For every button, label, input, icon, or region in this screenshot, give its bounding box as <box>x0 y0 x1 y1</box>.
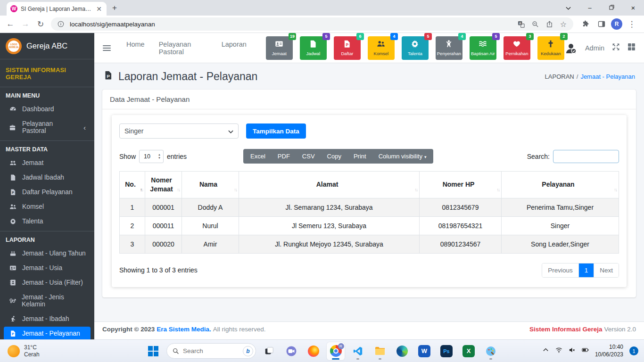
tile-jadwal[interactable]: 5Jadwal <box>300 36 327 60</box>
reload-icon[interactable]: ↻ <box>34 17 47 31</box>
browser-menu-icon[interactable]: ⋮ <box>625 17 638 31</box>
breadcrumb-current[interactable]: Jemaat - Pelayanan <box>580 73 635 80</box>
tile-talenta[interactable]: 5Talenta <box>402 36 429 60</box>
pagination-page-1[interactable]: 1 <box>579 263 594 277</box>
weather-widget[interactable]: 31°CCerah <box>0 344 47 358</box>
task-view-icon[interactable] <box>260 342 278 360</box>
column-header-pelayanan[interactable]: Pelayanan↑↓ <box>502 172 619 198</box>
firefox-icon[interactable] <box>305 342 322 360</box>
pagination-previous[interactable]: Previous <box>542 263 579 277</box>
forward-icon[interactable]: → <box>19 17 32 31</box>
omnibox[interactable]: localhost/sig/jemaatpelayanan A ☆ <box>51 17 573 31</box>
paint-icon[interactable] <box>482 342 500 360</box>
brand[interactable]: LOGOGEREJA Gereja ABC <box>0 33 94 59</box>
search-tabs-icon[interactable] <box>557 4 579 11</box>
column-header-nama[interactable]: Nama↑↓ <box>182 172 239 198</box>
vscode-icon[interactable] <box>349 342 367 360</box>
dt-button-pdf[interactable]: PDF <box>272 149 296 164</box>
table-row[interactable]: 2000011NurulJl Semeru 123, Surabaya08198… <box>120 216 619 235</box>
site-info-icon[interactable] <box>56 21 66 27</box>
tile-komsel[interactable]: 4Komsel <box>368 36 395 60</box>
bookmark-star-icon[interactable]: ☆ <box>558 20 569 29</box>
table-row[interactable]: 1000001Doddy AJl. Semarang 1234, Surabay… <box>120 198 619 216</box>
tile-penyerahan[interactable]: 4Penyerahan <box>436 36 462 60</box>
taskbar-search-input[interactable] <box>183 347 239 354</box>
window-close-button[interactable]: × <box>622 4 644 12</box>
word-icon[interactable]: W <box>415 342 433 360</box>
back-icon[interactable]: ← <box>4 17 17 31</box>
excel-icon[interactable]: X <box>460 342 478 360</box>
share-icon[interactable] <box>544 21 554 28</box>
grid-apps-icon[interactable] <box>627 43 636 53</box>
pelayanan-select[interactable]: Singer <box>119 123 239 139</box>
sidebar-item-jadwal-ibadah[interactable]: Jadwal Ibadah <box>4 171 91 184</box>
side-panel-icon[interactable] <box>595 17 608 31</box>
tile-pernikahan[interactable]: 3Pernikahan <box>504 36 530 60</box>
column-header-no[interactable]: No.↑↓ <box>120 172 145 198</box>
dt-button-copy[interactable]: Copy <box>321 149 347 164</box>
photoshop-icon[interactable]: Ps <box>438 342 455 360</box>
tampilkan-data-button[interactable]: Tampilkan Data <box>246 123 306 139</box>
tile-kedukaan[interactable]: 2Kedukaan <box>537 36 564 60</box>
wifi-icon[interactable] <box>555 346 562 355</box>
column-label: No. <box>125 181 136 188</box>
sidebar-item-komsel[interactable]: Komsel <box>4 200 91 214</box>
chrome-icon[interactable]: R <box>327 342 345 360</box>
hamburger-menu-icon[interactable] <box>103 45 111 51</box>
edge-icon[interactable] <box>393 342 411 360</box>
table-cell: 3 <box>120 235 145 253</box>
volume-mute-icon[interactable] <box>569 346 576 355</box>
window-restore-button[interactable] <box>601 4 622 11</box>
extensions-puzzle-icon[interactable] <box>579 17 592 31</box>
file-explorer-icon[interactable] <box>371 342 389 360</box>
table-row[interactable]: 3000020AmirJl. Rungkut Mejoyo 12345, Sur… <box>120 235 619 253</box>
svg-text:P: P <box>107 74 110 79</box>
sidebar-item-jemaat-pelayanan[interactable]: PJemaat - Pelayanan <box>4 327 91 339</box>
window-minimize-button[interactable]: – <box>579 4 601 11</box>
translate-icon[interactable]: A <box>516 21 526 28</box>
column-header-nomer-jemaat[interactable]: Nomer Jemaat↑↓ <box>145 172 182 198</box>
notification-badge[interactable]: 1 <box>629 346 638 355</box>
pagination-next[interactable]: Next <box>594 263 619 277</box>
company-link[interactable]: Era Sistem Media. <box>157 326 211 333</box>
admin-avatar-icon[interactable] <box>564 41 578 55</box>
tab-close-icon[interactable]: ✕ <box>95 5 103 13</box>
taskbar-clock[interactable]: 10:40 10/06/2023 <box>595 344 623 358</box>
tile-label: Jadwal <box>306 51 321 56</box>
tray-chevron-up-icon[interactable] <box>542 346 549 355</box>
dt-button-excel[interactable]: Excel <box>244 149 272 164</box>
table-search-input[interactable] <box>553 150 619 163</box>
zoom-out-icon[interactable] <box>530 21 540 28</box>
tile-jemaat[interactable]: 19Jemaat <box>266 36 293 60</box>
teams-chat-icon[interactable] <box>282 342 300 360</box>
dt-button-column-visibility[interactable]: Column visibility▾ <box>372 149 433 164</box>
sidebar-item-jemaat[interactable]: Jemaat <box>4 156 91 170</box>
sidebar-item-talenta[interactable]: Talenta <box>4 214 91 228</box>
dt-button-print[interactable]: Print <box>347 149 372 164</box>
praying-icon <box>8 315 17 322</box>
dt-button-csv[interactable]: CSV <box>296 149 321 164</box>
sidebar-item-jemaat-usia-filter[interactable]: Jemaat - Usia (Filter) <box>4 276 91 289</box>
tile-daftar[interactable]: 6PDaftar <box>334 36 361 60</box>
sidebar-item-daftar-pelayanan[interactable]: PDaftar Pelayanan <box>4 185 91 199</box>
fullscreen-expand-icon[interactable] <box>612 43 620 53</box>
sidebar-item-jemaat-ibadah[interactable]: Jemaat - Ibadah <box>4 312 91 326</box>
battery-icon[interactable] <box>582 346 589 355</box>
tile-baptisan-air[interactable]: 5Baptisan Air <box>470 36 496 60</box>
sidebar-item-dashboard[interactable]: Dashboard <box>4 102 91 116</box>
column-header-nomer-hp[interactable]: Nomer HP↑↓ <box>420 172 502 198</box>
nav-link-pelayanan-pastoral[interactable]: Pelayanan Pastoral <box>152 41 215 56</box>
nav-link-home[interactable]: Home <box>119 41 152 56</box>
new-tab-button[interactable]: + <box>112 3 117 13</box>
browser-tab[interactable]: W SI Gereja | Laporan Jemaat - Pela ✕ <box>7 2 107 16</box>
sidebar-item-jemaat-usia[interactable]: Jemaat - Usia <box>4 261 91 275</box>
column-header-alamat[interactable]: Alamat↑↓ <box>239 172 420 198</box>
start-button[interactable] <box>144 342 162 360</box>
sidebar-item-jemaat-ulang-tahun[interactable]: Jemaat - Ulang Tahun <box>4 247 91 260</box>
taskbar-search[interactable]: b <box>166 343 256 359</box>
sidebar-item-pelayanan-pastoral[interactable]: Pelayanan Pastoral‹ <box>4 117 91 138</box>
nav-link-laporan[interactable]: Laporan <box>215 41 254 56</box>
page-size-stepper[interactable]: 10 ▲▼ <box>139 150 164 163</box>
browser-profile-avatar[interactable]: R <box>611 18 622 30</box>
sidebar-item-jemaat-jenis-kelamin[interactable]: Jemaat - Jenis Kelamin <box>4 290 91 311</box>
